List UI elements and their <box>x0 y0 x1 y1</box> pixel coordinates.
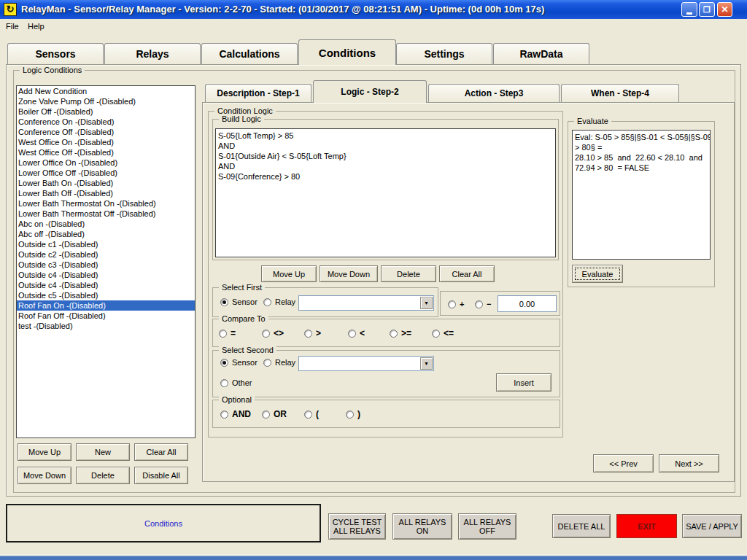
build-logic-textarea[interactable]: S-05{Loft Temp} > 85ANDS-01{Outside Air}… <box>215 128 556 257</box>
evaluate-line: 28.10 > 85 and 22.60 < 28.10 and <box>575 152 708 163</box>
tab-action-step3[interactable]: Action - Step3 <box>428 84 560 102</box>
evaluate-group: Evaluate Eval: S-05 > 85§|§S-01 < S-05§|… <box>568 121 715 287</box>
chevron-down-icon[interactable]: ▼ <box>420 357 433 370</box>
condition-list-item[interactable]: Lower Office On -(Disabled) <box>17 158 195 168</box>
restore-button[interactable]: ❐ <box>699 2 715 17</box>
all-relays-off-button[interactable]: ALL RELAYS OFF <box>458 513 516 540</box>
tab-when-step4[interactable]: When - Step-4 <box>561 84 679 102</box>
list-delete-button[interactable]: Delete <box>76 467 130 484</box>
condition-list-item[interactable]: Conference On -(Disabled) <box>17 117 195 127</box>
tab-description-step1[interactable]: Description - Step-1 <box>205 84 311 102</box>
optional-close-paren-radio[interactable]: ) <box>346 409 360 419</box>
menu-file[interactable]: File <box>1 19 23 34</box>
condition-list-item[interactable]: Roof Fan Off -(Disabled) <box>17 311 195 321</box>
first-relay-radio[interactable]: Relay <box>263 298 295 306</box>
condition-list-item[interactable]: Lower Bath On -(Disabled) <box>17 178 195 188</box>
conditions-list[interactable]: Add New ConditionZone Valve Pump Off -(D… <box>16 85 196 438</box>
chevron-down-icon[interactable]: ▼ <box>420 297 433 309</box>
tab-relays[interactable]: Relays <box>104 43 201 64</box>
tab-sensors[interactable]: Sensors <box>7 43 104 64</box>
relayman-window: ↻ RelayMan - Sensor/Relay Manager - Vers… <box>0 0 747 560</box>
optional-and-radio[interactable]: AND <box>220 409 251 419</box>
second-other-radio[interactable]: Other <box>220 378 252 387</box>
condition-list-item[interactable]: Lower Office Off -(Disabled) <box>17 168 195 178</box>
condition-list-item[interactable]: test -(Disabled) <box>17 321 195 331</box>
tab-calculations[interactable]: Calculations <box>201 43 298 64</box>
optional-open-paren-radio[interactable]: ( <box>304 409 319 419</box>
close-button[interactable]: ✕ <box>717 2 732 17</box>
compare-ne-radio[interactable]: <> <box>262 328 284 338</box>
prev-button[interactable]: << Prev <box>593 454 654 472</box>
list-move-down-button[interactable]: Move Down <box>18 467 71 484</box>
condition-list-item[interactable]: Roof Fan On -(Disabled) <box>17 300 195 311</box>
cycle-test-all-relays-button[interactable]: CYCLE TEST ALL RELAYS <box>328 513 386 540</box>
compare-gt-radio[interactable]: > <box>304 328 321 338</box>
condition-list-item[interactable]: Outside c4 -(Disabled) <box>17 280 195 290</box>
exit-button[interactable]: EXIT <box>616 514 677 538</box>
optional-or-radio[interactable]: OR <box>262 409 287 419</box>
first-sensor-radio[interactable]: Sensor <box>220 298 258 306</box>
list-move-up-button[interactable]: Move Up <box>18 443 71 461</box>
compare-ge-radio[interactable]: >= <box>390 328 411 338</box>
save-apply-button[interactable]: SAVE / APPLY <box>682 514 742 538</box>
condition-list-item[interactable]: Zone Valve Pump Off -(Disabled) <box>17 96 195 106</box>
list-new-button[interactable]: New <box>76 443 130 461</box>
condition-list-item[interactable]: Lower Bath Off -(Disabled) <box>17 188 195 198</box>
list-disable-all-button[interactable]: Disable All <box>134 467 188 484</box>
second-relay-radio[interactable]: Relay <box>263 358 295 367</box>
condition-list-item[interactable]: West Office On -(Disabled) <box>17 137 195 147</box>
compare-le-radio[interactable]: <= <box>432 328 454 338</box>
logic-delete-button[interactable]: Delete <box>381 265 436 282</box>
minimize-button[interactable] <box>681 2 697 17</box>
condition-list-item[interactable]: West Office Off -(Disabled) <box>17 147 195 158</box>
list-clear-all-button[interactable]: Clear All <box>134 443 188 461</box>
evaluate-textarea[interactable]: Eval: S-05 > 85§|§S-01 < S-05§|§S-09> 80… <box>572 130 711 260</box>
build-logic-line: AND <box>218 141 553 151</box>
plus-radio-label: + <box>460 300 464 308</box>
tab-rawdata[interactable]: RawData <box>493 43 589 64</box>
radio-dot-icon <box>304 411 312 419</box>
radio-dot-icon <box>390 330 398 338</box>
insert-button[interactable]: Insert <box>496 373 551 392</box>
next-button[interactable]: Next >> <box>659 454 719 472</box>
select-first-label: Select First <box>219 283 265 292</box>
menu-help[interactable]: Help <box>23 19 49 34</box>
logic-move-down-button[interactable]: Move Down <box>320 265 378 282</box>
tab-settings[interactable]: Settings <box>396 43 492 64</box>
compare-eq-radio[interactable]: = <box>219 328 236 338</box>
evaluate-line: Eval: S-05 > 85§|§S-01 < S-05§|§S-09 <box>575 132 708 142</box>
condition-list-item[interactable]: Lower Bath Thermostat On -(Disabled) <box>17 198 195 209</box>
condition-list-item[interactable]: Lower Bath Thermostat Off -(Disabled) <box>17 209 195 219</box>
second-sensor-radio[interactable]: Sensor <box>220 358 258 367</box>
evaluate-button-label: Evaluate <box>582 270 614 279</box>
condition-list-item[interactable]: Outside c1 -(Disabled) <box>17 239 195 249</box>
compare-lt-radio[interactable]: < <box>348 328 365 338</box>
second-sensor-combobox[interactable]: ▼ <box>298 356 434 371</box>
tab-conditions[interactable]: Conditions <box>298 39 396 65</box>
condition-list-item[interactable]: Add New Condition <box>17 86 195 96</box>
radio-dot-icon <box>220 298 228 306</box>
minimize-icon <box>686 12 692 15</box>
logic-clear-all-button[interactable]: Clear All <box>439 265 495 282</box>
condition-list-item[interactable]: Outside c5 -(Disabled) <box>17 290 195 300</box>
condition-list-item[interactable]: Outside c3 -(Disabled) <box>17 260 195 270</box>
first-sensor-combobox[interactable]: ▼ <box>298 295 434 311</box>
minus-radio-label: − <box>487 300 491 308</box>
compare-gt-label: > <box>316 328 321 338</box>
condition-list-item[interactable]: Abc on -(Disabled) <box>17 219 195 229</box>
delete-all-button[interactable]: DELETE ALL <box>552 514 611 538</box>
offset-amount-input[interactable]: 0.00 <box>498 295 557 312</box>
condition-list-item[interactable]: Outside c4 -(Disabled) <box>17 270 195 280</box>
condition-list-item[interactable]: Conference Off -(Disabled) <box>17 127 195 137</box>
condition-list-item[interactable]: Boiler Off -(Disabled) <box>17 106 195 117</box>
condition-list-item[interactable]: Abc off -(Disabled) <box>17 229 195 239</box>
title-bar[interactable]: ↻ RelayMan - Sensor/Relay Manager - Vers… <box>0 0 747 19</box>
tab-logic-step2[interactable]: Logic - Step-2 <box>313 80 427 103</box>
second-relay-radio-label: Relay <box>275 358 295 367</box>
logic-move-up-button[interactable]: Move Up <box>261 265 317 282</box>
evaluate-button[interactable]: Evaluate <box>572 265 623 283</box>
all-relays-on-button[interactable]: ALL RELAYS ON <box>392 513 452 540</box>
offset-minus-radio[interactable]: − <box>475 300 491 308</box>
offset-plus-radio[interactable]: + <box>448 300 464 308</box>
condition-list-item[interactable]: Outside c2 -(Disabled) <box>17 249 195 260</box>
